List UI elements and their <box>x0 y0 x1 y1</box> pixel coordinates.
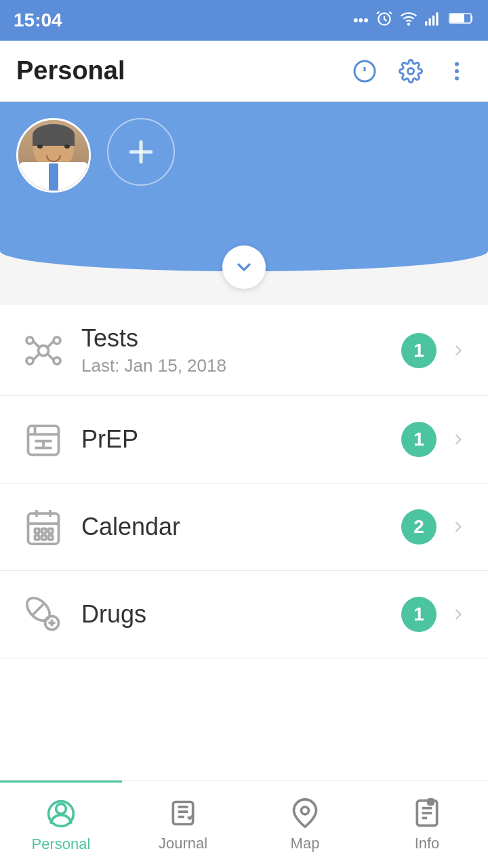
svg-point-14 <box>455 69 459 73</box>
svg-point-13 <box>455 62 459 66</box>
tests-badge: 1 <box>401 333 436 368</box>
svg-rect-39 <box>49 529 53 533</box>
status-time: 15:04 <box>14 9 62 31</box>
more-menu-button[interactable] <box>442 56 472 86</box>
info-nav-label: Info <box>415 835 440 852</box>
top-bar-actions <box>350 56 472 86</box>
map-nav-label: Map <box>291 835 320 852</box>
list-item-tests[interactable]: Tests Last: Jan 15, 2018 1 <box>0 305 488 396</box>
calendar-chevron <box>447 516 469 538</box>
svg-rect-7 <box>450 14 464 22</box>
status-bar: 15:04 ••• 32% <box>0 0 488 41</box>
drugs-text: Drugs <box>81 600 401 629</box>
settings-icon-button[interactable] <box>396 56 426 86</box>
personal-nav-label: Personal <box>32 835 91 853</box>
svg-line-24 <box>47 341 54 348</box>
map-nav-icon <box>289 797 321 829</box>
svg-rect-5 <box>436 12 438 26</box>
prep-chevron <box>447 429 469 450</box>
svg-line-25 <box>33 353 40 359</box>
top-bar: Personal <box>0 41 488 102</box>
prep-title: PrEP <box>81 425 401 454</box>
bottom-nav: Personal Journal Map <box>0 780 488 868</box>
page-title: Personal <box>16 56 125 85</box>
dots-icon: ••• <box>353 12 369 29</box>
svg-point-12 <box>408 68 414 74</box>
journal-nav-label: Journal <box>159 835 207 852</box>
svg-rect-42 <box>49 536 53 540</box>
wifi-icon <box>400 9 418 31</box>
svg-rect-4 <box>432 16 434 26</box>
nav-item-map[interactable]: Map <box>244 781 366 868</box>
add-person-button[interactable] <box>107 118 175 186</box>
tests-subtitle: Last: Jan 15, 2018 <box>81 355 401 376</box>
calendar-title: Calendar <box>81 513 401 541</box>
nav-item-personal[interactable]: Personal <box>0 781 122 868</box>
calendar-badge: 2 <box>401 509 436 545</box>
svg-rect-40 <box>35 536 39 540</box>
drugs-badge: 1 <box>401 597 436 632</box>
calendar-icon <box>19 502 68 551</box>
alert-icon-button[interactable] <box>350 56 380 86</box>
svg-point-48 <box>56 804 66 814</box>
svg-line-23 <box>33 341 40 348</box>
tests-icon <box>19 326 68 375</box>
svg-point-20 <box>54 337 60 344</box>
menu-list: Tests Last: Jan 15, 2018 1 PrEP 1 <box>0 305 488 835</box>
nav-item-journal[interactable]: Journal <box>122 781 244 868</box>
alarm-icon <box>375 9 393 31</box>
hero-section <box>0 102 488 251</box>
tests-text: Tests Last: Jan 15, 2018 <box>81 324 401 376</box>
svg-rect-38 <box>42 529 46 533</box>
svg-point-51 <box>302 806 309 814</box>
list-item-calendar[interactable]: Calendar 2 <box>0 484 488 571</box>
nav-item-info[interactable]: Info <box>366 781 488 868</box>
svg-point-22 <box>54 357 60 364</box>
svg-rect-3 <box>429 18 431 26</box>
tests-title: Tests <box>81 324 401 353</box>
svg-point-1 <box>408 24 409 25</box>
status-icons: ••• 32% <box>353 9 474 31</box>
prep-icon <box>19 415 68 464</box>
svg-point-15 <box>455 76 459 80</box>
list-item-drugs[interactable]: Drugs 1 <box>0 571 488 658</box>
avatar[interactable] <box>16 118 91 193</box>
svg-point-21 <box>26 357 33 364</box>
svg-rect-2 <box>425 21 427 26</box>
drugs-icon <box>19 590 68 639</box>
svg-rect-41 <box>42 536 46 540</box>
svg-point-19 <box>26 337 33 344</box>
info-nav-icon <box>411 797 443 829</box>
svg-line-44 <box>33 604 43 614</box>
journal-nav-icon <box>167 797 199 829</box>
personal-nav-icon <box>45 797 77 830</box>
svg-line-26 <box>47 353 54 359</box>
list-item-prep[interactable]: PrEP 1 <box>0 396 488 484</box>
collapse-button[interactable] <box>222 245 266 289</box>
drugs-title: Drugs <box>81 600 401 629</box>
drugs-chevron <box>447 604 469 625</box>
prep-badge: 1 <box>401 422 436 457</box>
calendar-text: Calendar <box>81 513 401 541</box>
tests-chevron <box>447 340 469 361</box>
battery-icon: 32% <box>449 12 474 29</box>
svg-rect-56 <box>428 799 433 804</box>
prep-text: PrEP <box>81 425 401 454</box>
svg-rect-37 <box>35 529 39 533</box>
signal-icon <box>424 9 442 31</box>
